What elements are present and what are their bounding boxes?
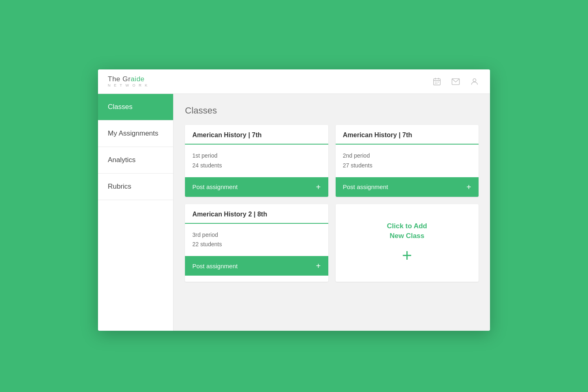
post-assignment-btn-1[interactable]: Post assignment +: [185, 177, 328, 197]
class-card-1-body: 1st period 24 students: [185, 145, 328, 177]
add-class-plus-icon: +: [402, 247, 412, 264]
header-icons: [431, 76, 480, 87]
main-content: Classes American History | 7th 1st perio…: [174, 94, 490, 331]
class-card-2-period: 2nd period: [343, 151, 472, 161]
class-card-2-header: American History | 7th: [336, 125, 479, 145]
class-card-3-students: 22 students: [192, 240, 321, 249]
class-card-1-title: American History | 7th: [192, 131, 321, 139]
sidebar: Classes My Assignments Analytics Rubrics: [98, 94, 174, 331]
logo-name: The Graide: [108, 75, 149, 83]
user-icon[interactable]: [469, 76, 480, 87]
class-card-3-title: American History 2 | 8th: [192, 211, 321, 218]
logo-sub: N E T W O R K: [108, 83, 149, 88]
class-card-2-students: 27 students: [343, 161, 472, 171]
svg-rect-4: [435, 82, 436, 82]
svg-rect-7: [435, 83, 436, 84]
class-card-1: American History | 7th 1st period 24 stu…: [185, 125, 328, 197]
post-assignment-btn-2[interactable]: Post assignment +: [336, 177, 479, 197]
classes-grid: American History | 7th 1st period 24 stu…: [185, 125, 479, 282]
post-assignment-btn-3[interactable]: Post assignment +: [185, 256, 328, 276]
header: The Graide N E T W O R K: [98, 69, 490, 94]
svg-rect-8: [437, 83, 437, 84]
class-card-1-header: American History | 7th: [185, 125, 328, 145]
mail-icon[interactable]: [450, 76, 461, 87]
svg-point-10: [473, 78, 476, 81]
body-layout: Classes My Assignments Analytics Rubrics…: [98, 94, 490, 331]
class-card-3-period: 3rd period: [192, 230, 321, 240]
class-card-3: American History 2 | 8th 3rd period 22 s…: [185, 204, 328, 282]
svg-rect-6: [438, 82, 439, 82]
sidebar-item-analytics[interactable]: Analytics: [98, 147, 173, 174]
page-title: Classes: [185, 105, 479, 116]
post-assignment-label-1: Post assignment: [192, 183, 238, 190]
app-window: The Graide N E T W O R K: [98, 69, 490, 331]
logo: The Graide N E T W O R K: [108, 75, 149, 88]
post-assignment-label-2: Post assignment: [343, 183, 388, 190]
post-assignment-label-3: Post assignment: [192, 263, 238, 270]
calendar-icon[interactable]: [431, 76, 443, 87]
svg-rect-5: [437, 82, 437, 82]
class-card-2-body: 2nd period 27 students: [336, 145, 479, 177]
sidebar-item-my-assignments[interactable]: My Assignments: [98, 120, 173, 147]
post-assignment-plus-3: +: [316, 262, 321, 270]
class-card-2-title: American History | 7th: [343, 131, 472, 139]
post-assignment-plus-2: +: [466, 183, 471, 191]
sidebar-item-classes[interactable]: Classes: [98, 94, 173, 120]
class-card-1-period: 1st period: [192, 151, 321, 161]
class-card-1-students: 24 students: [192, 161, 321, 171]
add-class-card[interactable]: Click to Add New Class +: [336, 204, 479, 282]
class-card-2: American History | 7th 2nd period 27 stu…: [336, 125, 479, 197]
class-card-3-body: 3rd period 22 students: [185, 224, 328, 256]
add-class-text: Click to Add New Class: [387, 221, 427, 241]
sidebar-item-rubrics[interactable]: Rubrics: [98, 174, 173, 200]
class-card-3-header: American History 2 | 8th: [185, 204, 328, 224]
post-assignment-plus-1: +: [316, 183, 321, 191]
